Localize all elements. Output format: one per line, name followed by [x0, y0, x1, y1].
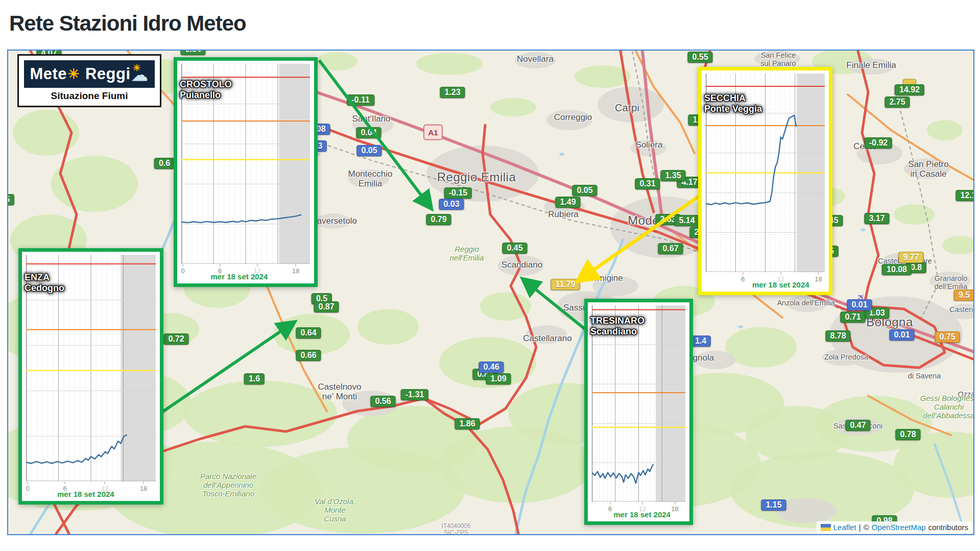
chart-x-axis: 61218mer 18 set 2024: [706, 274, 825, 290]
station-name-label: CROSTOLOPuianello: [180, 79, 232, 101]
logo-text-right: Reggi: [85, 65, 131, 83]
axis-date-label: mer 18 set 2024: [211, 272, 268, 281]
station-value-badge[interactable]: 3.17: [864, 213, 889, 224]
axis-tick-label: 0: [26, 485, 29, 492]
map-town-label: Rubiera: [548, 209, 579, 219]
station-value-badge[interactable]: 1.35: [660, 170, 685, 181]
station-value-badge[interactable]: 0.45: [502, 243, 527, 254]
logo-brand: Mete☀ Reggi☀☁: [24, 60, 155, 88]
map-town-label: San Pietroin Casale: [908, 159, 948, 179]
axis-tick-label: 18: [671, 505, 678, 513]
station-value-badge[interactable]: 0.64: [296, 327, 321, 339]
station-value-badge[interactable]: 5.14: [674, 215, 699, 226]
axis-date-label: mer 18 set 2024: [613, 510, 671, 519]
map-town-label: Carpi: [615, 102, 639, 113]
station-value-badge[interactable]: 1.23: [440, 87, 465, 98]
station-value-badge[interactable]: 0.03: [439, 199, 464, 210]
station-value-badge[interactable]: 0.04: [180, 50, 205, 55]
station-value-badge[interactable]: 1.6: [244, 373, 265, 385]
map-town-label: Soliera: [636, 140, 663, 150]
map-town-label: MontecchioEmilia: [348, 169, 393, 188]
map-town-label: Anzola dell'Emilia: [777, 299, 834, 307]
station-value-badge[interactable]: 0.5: [7, 194, 14, 205]
station-value-badge[interactable]: 0.78: [895, 429, 920, 440]
station-value-badge[interactable]: 0.05: [572, 185, 597, 196]
station-value-badge[interactable]: 0.72: [163, 333, 188, 345]
station-value-badge[interactable]: -0.92: [865, 137, 892, 149]
station-value-badge[interactable]: 1.49: [555, 197, 580, 208]
station-value-badge[interactable]: 9.5: [954, 290, 974, 301]
page-title: Rete Stazioni Idro Meteo: [9, 11, 246, 36]
station-value-badge[interactable]: -0.15: [444, 187, 472, 199]
station-value-badge[interactable]: 2.75: [885, 97, 910, 108]
station-value-badge[interactable]: 14.92: [895, 84, 924, 95]
station-value-badge[interactable]: 0.04: [356, 127, 381, 138]
map-town-label: Scandiano: [501, 260, 542, 270]
station-value-badge[interactable]: 9.77: [898, 252, 923, 263]
axis-tick-label: 18: [140, 485, 147, 492]
leafl et-link[interactable]: Leaflet: [833, 523, 856, 532]
attribution-contributors: contributors: [928, 523, 968, 532]
station-value-badge[interactable]: 1.86: [455, 418, 480, 429]
station-value-badge[interactable]: 0.46: [479, 362, 504, 373]
station-value-badge[interactable]: 0.75: [935, 331, 960, 343]
station-value-badge[interactable]: 0.01: [847, 299, 872, 310]
station-value-badge[interactable]: 0.31: [635, 178, 660, 189]
station-value-badge[interactable]: 0.71: [840, 312, 865, 323]
sun-icon: ☀: [67, 66, 80, 82]
map-town-label: Sant'Ilario: [352, 114, 390, 124]
map-attribution: Leaflet | © OpenStreetMap contributors: [817, 521, 972, 533]
station-value-badge[interactable]: 0.56: [370, 396, 395, 407]
station-value-badge[interactable]: 10.08: [882, 264, 912, 275]
station-value-badge[interactable]: 0.47: [845, 420, 870, 431]
station-value-badge[interactable]: -0.11: [347, 94, 374, 106]
station-name-label: TRESINAROScandiano: [590, 316, 644, 337]
station-name-label: SECCHIAPonte Veggia: [704, 93, 762, 114]
map-area-label: Val d'Ozola,MonteCusna: [315, 497, 355, 523]
map-town-label: Castellarano: [523, 333, 571, 343]
map-area-label: IT4040005SIC-ZPS: [441, 523, 470, 535]
logo-text-left: Mete: [30, 65, 67, 83]
station-value-badge[interactable]: 8.78: [825, 330, 850, 342]
station-value-badge[interactable]: 0.6: [154, 158, 175, 169]
map-town-label: di Savena: [908, 372, 941, 380]
map-town-label: Zola Predosa: [824, 353, 868, 361]
station-value-badge[interactable]: 12.1: [955, 190, 974, 201]
leaflet-map[interactable]: Mete☀ Reggi☀☁ Situazione Fiumi Leaflet |…: [7, 50, 974, 535]
chart-x-axis: 061218mer 18 set 2024: [26, 483, 156, 499]
map-town-label: Granarolodell'Emilia: [935, 274, 968, 291]
sun-cloud-icon: ☀☁: [132, 65, 149, 83]
map-area-label: Parco Nazionaledell'AppenninoTosco-Emili…: [200, 472, 256, 498]
map-town-label: Castenaso: [949, 305, 974, 314]
chart-x-axis: 061218mer 18 set 2024: [181, 266, 310, 282]
station-value-badge[interactable]: -1.31: [401, 389, 428, 400]
meteo-reggio-logo: Mete☀ Reggi☀☁ Situazione Fiumi: [17, 54, 161, 107]
station-value-badge[interactable]: 11.79: [551, 279, 580, 290]
station-value-badge[interactable]: 1.09: [486, 373, 511, 385]
station-value-badge[interactable]: 0.66: [296, 350, 321, 361]
ukraine-flag-icon: [821, 524, 831, 531]
station-value-badge[interactable]: 0.67: [658, 243, 683, 254]
station-value-badge[interactable]: 0.79: [426, 214, 451, 225]
copyright-symbol: ©: [864, 523, 869, 532]
map-town-label: Formigine: [584, 273, 623, 283]
axis-date-label: mer 18 set 2024: [57, 490, 114, 498]
axis-date-label: mer 18 set 2024: [752, 280, 809, 289]
station-value-badge[interactable]: 0.01: [889, 329, 914, 341]
station-value-badge[interactable]: 0.87: [314, 301, 339, 313]
osm-link[interactable]: OpenStreetMap: [872, 523, 926, 532]
logo-subtitle: Situazione Fiumi: [19, 90, 160, 102]
chart-x-axis: 61218mer 18 set 2024: [592, 504, 685, 520]
station-value-badge[interactable]: 1.4: [690, 336, 711, 347]
station-chart-tresinaro: TRESINAROScandiano61218mer 18 set 2024: [584, 299, 693, 525]
station-value-badge[interactable]: 1.15: [761, 499, 786, 511]
station-value-badge[interactable]: 0.55: [687, 52, 712, 63]
station-name-label: ENZACedogno: [25, 272, 64, 294]
station-value-badge[interactable]: 0.05: [356, 145, 381, 156]
map-area-label: Gessi Bolognesi,Calanchidell'Abbadessa: [920, 394, 974, 420]
map-town-label: Novellara: [517, 54, 554, 64]
map-town-label: Castelnovone' Monti: [318, 382, 361, 401]
axis-tick-label: 18: [292, 267, 299, 275]
map-town-label: Reggio Emilia: [437, 171, 516, 184]
axis-tick-label: 18: [815, 275, 822, 283]
